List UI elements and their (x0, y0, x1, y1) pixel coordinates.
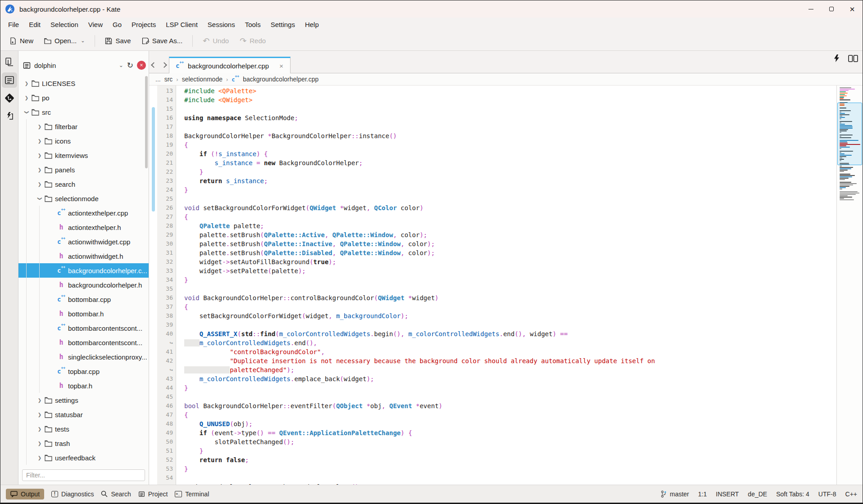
code-line[interactable]: paletteChanged"); (184, 365, 836, 374)
tree-item-userfeedback[interactable]: ❯userfeedback (18, 450, 149, 465)
minimap-viewport[interactable] (837, 103, 862, 165)
code-line[interactable]: } (184, 383, 836, 392)
code-line[interactable]: } (184, 167, 836, 176)
code-line[interactable]: m_colorControlledWidgets.end(), (184, 338, 836, 347)
menu-go[interactable]: Go (108, 19, 127, 30)
tree-item-filterbar[interactable]: ❯filterbar (18, 119, 149, 134)
code-line[interactable]: { (184, 212, 836, 221)
code-line[interactable]: Q_ASSERT_X(std::find(m_colorControlledWi… (184, 329, 836, 338)
chevron-collapsed-icon[interactable]: ❯ (23, 81, 30, 86)
redo-button[interactable]: ↷ Redo (235, 34, 270, 48)
menu-selection[interactable]: Selection (45, 19, 83, 30)
dictionary-locale[interactable]: de_DE (748, 490, 767, 498)
code-line[interactable] (184, 392, 836, 401)
menu-view[interactable]: View (83, 19, 108, 30)
menu-edit[interactable]: Edit (24, 19, 45, 30)
new-button[interactable]: New (5, 34, 38, 47)
code-line[interactable]: slotPaletteChanged(); (184, 437, 836, 446)
code-line[interactable]: void setBackgroundColorForWidget(QWidget… (184, 203, 836, 212)
maximize-button[interactable] (821, 0, 842, 18)
menu-file[interactable]: File (3, 19, 24, 30)
tree-item-bottombarcontentscont-[interactable]: hbottombarcontentscont... (18, 335, 149, 350)
tree-item-po[interactable]: ❯po (18, 90, 149, 105)
code-line[interactable] (184, 473, 836, 482)
terminal-toggle[interactable]: >_ Terminal (175, 490, 209, 498)
code-line[interactable]: } (184, 275, 836, 284)
tree-item-kitemviews[interactable]: ❯kitemviews (18, 148, 149, 162)
project-toggle[interactable]: Project (138, 490, 168, 498)
open-button[interactable]: Open... ⌄ (40, 34, 89, 47)
chevron-collapsed-icon[interactable]: ❯ (36, 441, 43, 446)
chevron-collapsed-icon[interactable]: ❯ (36, 153, 43, 158)
code-line[interactable]: "Duplicate insertion is not necessary be… (184, 356, 836, 365)
tree-item-tests[interactable]: ❯tests (18, 422, 149, 436)
tab-width-setting[interactable]: Soft Tabs: 4 (776, 490, 809, 498)
code-line[interactable]: return s_instance; (184, 176, 836, 185)
code-line[interactable]: Q_UNUSED(obj); (184, 419, 836, 428)
input-mode[interactable]: INSERT (716, 490, 739, 498)
breadcrumb-ellipsis[interactable]: ... (155, 76, 161, 83)
tree-item-icons[interactable]: ❯icons (18, 134, 149, 148)
tab-forward-button[interactable] (162, 63, 166, 67)
code-line[interactable]: BackgroundColorHelper *BackgroundColorHe… (184, 131, 836, 140)
tree-item-actiontexthelper-cpp[interactable]: c++actiontexthelper.cpp (18, 206, 149, 220)
code-line[interactable]: s_instance = new BackgroundColorHelper; (184, 158, 836, 167)
project-selector[interactable]: dolphin (34, 62, 115, 69)
git-panel-button[interactable] (2, 90, 17, 106)
tree-item-statusbar[interactable]: ❯statusbar (18, 407, 149, 422)
breadcrumb-item-selectionmode[interactable]: selectionmode (182, 76, 223, 83)
code-line[interactable]: } (184, 185, 836, 194)
tree-item-selectionmode[interactable]: ❯selectionmode (18, 191, 149, 206)
breadcrumb-item-src[interactable]: src (164, 76, 173, 83)
tree-item-actiontexthelper-h[interactable]: hactiontexthelper.h (18, 220, 149, 234)
minimize-button[interactable] (800, 0, 821, 18)
tree-item-licenses[interactable]: ❯LICENSES (18, 76, 149, 90)
filter-input[interactable] (22, 469, 145, 481)
save-button[interactable]: Save (100, 34, 135, 47)
tree-item-bottombar-h[interactable]: hbottombar.h (18, 306, 149, 321)
code-line[interactable]: } (184, 446, 836, 455)
chevron-collapsed-icon[interactable]: ❯ (36, 412, 43, 417)
documents-panel-button[interactable] (2, 54, 17, 70)
code-line[interactable] (184, 284, 836, 293)
tree-item-search[interactable]: ❯search (18, 177, 149, 191)
code-line[interactable]: palette.setBrush(QPalette::Inactive, QPa… (184, 239, 836, 248)
tree-item-topbar-cpp[interactable]: c++topbar.cpp (18, 364, 149, 378)
chevron-collapsed-icon[interactable]: ❯ (36, 427, 43, 432)
tab-close-icon[interactable]: × (279, 62, 283, 70)
undo-button[interactable]: ↶ Undo (198, 34, 233, 48)
code-line[interactable]: "controlBackgroundColor", (184, 347, 836, 356)
diagnostics-toggle[interactable]: ! Diagnostics (51, 490, 94, 498)
tree-item-topbar-h[interactable]: htopbar.h (18, 378, 149, 393)
split-view-icon[interactable] (848, 55, 858, 62)
menu-help[interactable]: Help (300, 19, 324, 30)
chevron-collapsed-icon[interactable]: ❯ (36, 124, 43, 129)
code-line[interactable]: void BackgroundColorHelper::controlBackg… (184, 293, 836, 302)
code-line[interactable]: return false; (184, 455, 836, 464)
tab-back-button[interactable] (152, 63, 156, 67)
code-line[interactable]: if (event->type() == QEvent::Application… (184, 428, 836, 437)
code-line[interactable]: { (184, 140, 836, 149)
tree-item-panels[interactable]: ❯panels (18, 162, 149, 177)
menu-lsp-client[interactable]: LSP Client (161, 19, 203, 30)
chevron-collapsed-icon[interactable]: ❯ (36, 455, 43, 460)
code-text[interactable]: #include <QPalette>#include <QWidget>usi… (176, 86, 836, 485)
code-line[interactable]: if (!s_instance) { (184, 149, 836, 158)
tree-item-bottombarcontentscont-[interactable]: c++bottombarcontentscont... (18, 321, 149, 335)
menu-settings[interactable]: Settings (266, 19, 300, 30)
chevron-expanded-icon[interactable]: ❯ (37, 195, 42, 202)
tree-item-singleclickselectionproxy-[interactable]: hsingleclickselectionproxy... (18, 350, 149, 364)
menu-sessions[interactable]: Sessions (203, 19, 240, 30)
tab-backgroundcolorhelper[interactable]: c++ backgroundcolorhelper.cpp × (169, 57, 291, 73)
code-line[interactable] (184, 104, 836, 113)
tree-item-src[interactable]: ❯src (18, 105, 149, 119)
menu-tools[interactable]: Tools (240, 19, 266, 30)
chevron-collapsed-icon[interactable]: ❯ (36, 398, 43, 403)
chevron-collapsed-icon[interactable]: ❯ (23, 95, 30, 100)
encoding-setting[interactable]: UTF-8 (818, 490, 836, 498)
close-button[interactable]: ✕ (842, 0, 863, 18)
minimap-scrollbar[interactable] (836, 86, 863, 485)
search-toggle[interactable]: Search (101, 490, 131, 498)
code-line[interactable]: #include <QPalette> (184, 86, 836, 95)
code-line[interactable]: m_colorControlledWidgets.emplace_back(wi… (184, 374, 836, 383)
